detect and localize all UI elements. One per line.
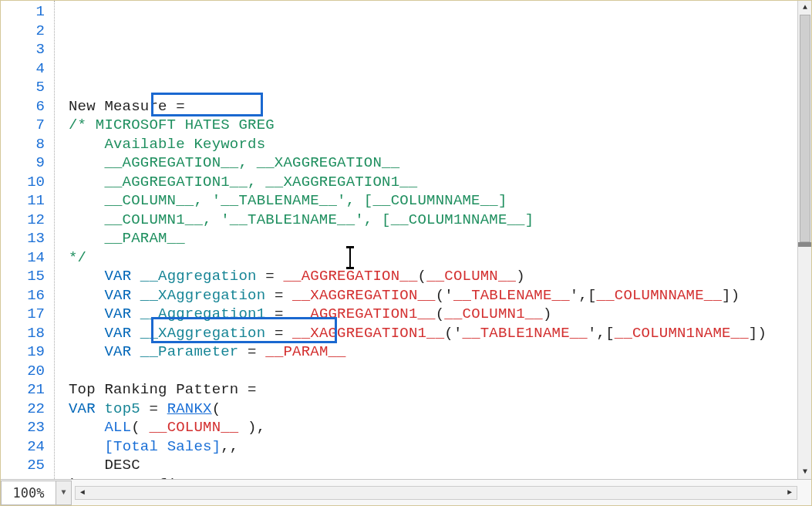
code-token <box>131 343 140 360</box>
code-token: New Measure = <box>69 98 185 115</box>
code-line[interactable]: DESC <box>69 456 797 475</box>
code-token <box>69 268 104 285</box>
code-line[interactable]: [Total Sales],, <box>69 437 797 457</box>
code-token: (' <box>444 325 462 342</box>
code-token: RANKX <box>167 400 212 417</box>
scroll-left-arrow-icon[interactable]: ◄ <box>76 487 89 499</box>
vertical-scrollbar[interactable]: ▲ ▼ <box>797 1 811 479</box>
code-token <box>69 287 104 304</box>
code-line[interactable]: __AGGREGATION1__, __XAGGREGATION1__ <box>69 173 797 192</box>
code-token: Available Keywords <box>69 136 265 153</box>
code-token <box>131 305 140 322</box>
code-token: __COLUMN__ <box>149 419 238 436</box>
line-number: 20 <box>1 362 45 381</box>
scroll-down-arrow-icon[interactable]: ▼ <box>798 465 811 479</box>
code-token <box>69 325 104 342</box>
code-token: ) <box>543 305 552 322</box>
zoom-level[interactable]: 100% <box>1 481 56 505</box>
code-line[interactable]: Available Keywords <box>69 135 797 154</box>
code-token: __AGGREGATION__ <box>283 268 417 285</box>
code-token: __AGGREGATION1__, __XAGGREGATION1__ <box>69 174 417 191</box>
code-token: VAR <box>104 325 131 342</box>
code-token: = <box>265 287 292 304</box>
code-token <box>69 438 104 455</box>
code-token <box>131 268 140 285</box>
code-line[interactable]: VAR __XAggregation = __XAGGREGATION__('_… <box>69 286 797 305</box>
code-token <box>131 287 140 304</box>
code-area[interactable]: New Measure =/* MICROSOFT HATES GREG Ava… <box>55 1 797 479</box>
code-line[interactable]: Top Ranking Pattern = <box>69 380 797 400</box>
code-token: __COLUMN__ <box>426 268 516 285</box>
code-token: __TABLENAME__ <box>453 287 570 304</box>
horizontal-scrollbar[interactable]: ◄ ► <box>75 486 797 500</box>
code-token: __XAGGREGATION__ <box>292 287 436 304</box>
code-token: __PARAM__ <box>265 343 345 360</box>
scrollbar-marker <box>798 242 811 247</box>
code-token <box>69 305 104 322</box>
code-token: __XAGGREGATION1__ <box>292 325 444 342</box>
code-line[interactable]: __PARAM__ <box>69 229 797 248</box>
code-token: __COLUMNNAME__ <box>597 287 722 304</box>
line-number: 6 <box>1 97 45 116</box>
code-line[interactable]: VAR top5 = RANKX( <box>69 400 797 419</box>
code-line[interactable]: __COLUMN__, '__TABLENAME__', [__COLUMNNA… <box>69 191 797 211</box>
code-line[interactable]: ALL( __COLUMN__ ), <box>69 418 797 437</box>
line-number: 14 <box>1 248 45 268</box>
code-token: DESC <box>69 457 140 474</box>
line-number: 22 <box>1 400 45 419</box>
code-token: VAR <box>104 287 131 304</box>
code-token: ALL <box>104 419 131 436</box>
code-token: = <box>238 343 265 360</box>
code-token: __PARAM__ <box>69 230 185 247</box>
vertical-scrollbar-thumb[interactable] <box>800 15 810 242</box>
code-token: __COLUMN__, '__TABLENAME__', [__COLUMNNA… <box>69 192 507 209</box>
code-line[interactable]: /* MICROSOFT HATES GREG <box>69 116 797 135</box>
line-number: 13 <box>1 229 45 248</box>
code-line[interactable]: */ <box>69 248 797 268</box>
line-number: 7 <box>1 116 45 135</box>
line-number: 25 <box>1 456 45 475</box>
code-token: __Aggregation <box>140 268 257 285</box>
code-token: ( <box>212 400 221 417</box>
line-number: 19 <box>1 342 45 362</box>
code-token: ',[ <box>588 325 615 342</box>
code-token: __Parameter <box>140 343 239 360</box>
line-number: 10 <box>1 173 45 192</box>
code-line[interactable] <box>69 362 797 381</box>
code-token: = <box>265 305 292 322</box>
line-number: 5 <box>1 78 45 97</box>
code-token: Top Ranking Pattern = <box>69 381 257 398</box>
code-token: __XAggregation <box>140 287 265 304</box>
code-line[interactable]: __AGGREGATION__, __XAGGREGATION__ <box>69 153 797 173</box>
line-number: 23 <box>1 418 45 437</box>
code-line[interactable]: VAR __Parameter = __PARAM__ <box>69 342 797 362</box>
line-number: 11 <box>1 191 45 211</box>
line-number: 3 <box>1 40 45 59</box>
code-editor[interactable]: 1234567891011121314151617181920212223242… <box>1 1 811 479</box>
zoom-dropdown-icon[interactable]: ▼ <box>56 481 72 505</box>
line-number: 12 <box>1 211 45 230</box>
code-token: __COLUMN1NAME__ <box>615 325 749 342</box>
code-token: ]) <box>749 325 767 342</box>
code-token: (' <box>436 287 453 304</box>
line-number: 8 <box>1 135 45 154</box>
line-number: 2 <box>1 22 45 41</box>
line-number: 4 <box>1 59 45 79</box>
scroll-up-arrow-icon[interactable]: ▲ <box>798 1 811 15</box>
code-token: VAR <box>104 268 131 285</box>
code-token: VAR <box>104 343 131 360</box>
code-line[interactable]: __COLUMN1__, '__TABLE1NAME__', [__COLUM1… <box>69 211 797 230</box>
code-line[interactable]: VAR __XAggregation = __XAGGREGATION1__('… <box>69 324 797 343</box>
status-bar: 100% ▼ ◄ ► <box>1 479 811 505</box>
code-token: top5 <box>104 400 140 417</box>
code-line[interactable]: VAR __Aggregation1 = __AGGREGATION1__(__… <box>69 305 797 324</box>
code-line[interactable]: New Measure = <box>69 97 797 116</box>
code-token: ( <box>131 419 149 436</box>
scroll-right-arrow-icon[interactable]: ► <box>783 487 797 499</box>
code-token <box>131 325 140 342</box>
code-token: VAR <box>69 400 96 417</box>
code-token: ',[ <box>570 287 597 304</box>
code-token <box>69 419 104 436</box>
code-line[interactable]: VAR __Aggregation = __AGGREGATION__(__CO… <box>69 267 797 286</box>
code-token: */ <box>69 249 86 266</box>
